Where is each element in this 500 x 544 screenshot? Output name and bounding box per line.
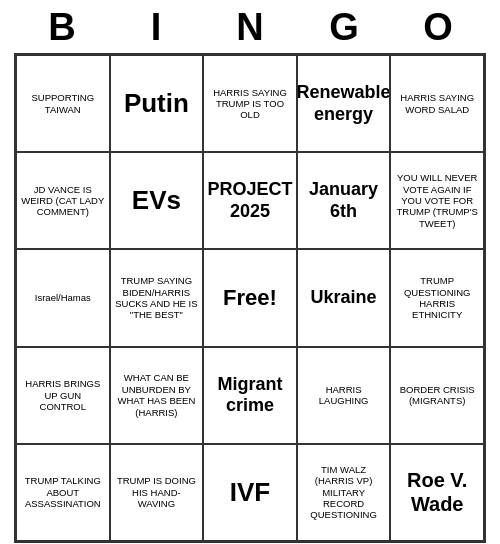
bingo-cell-r4-c2: IVF <box>203 444 297 541</box>
bingo-cell-r3-c0: HARRIS BRINGS UP GUN CONTROL <box>16 347 110 444</box>
bingo-cell-r3-c1: WHAT CAN BE UNBURDEN BY WHAT HAS BEEN (H… <box>110 347 204 444</box>
bingo-cell-r4-c1: TRUMP IS DOING HIS HAND-WAVING <box>110 444 204 541</box>
bingo-cell-r3-c3: HARRIS LAUGHING <box>297 347 391 444</box>
bingo-cell-r0-c1: Putin <box>110 55 204 152</box>
bingo-letter: G <box>314 6 374 49</box>
bingo-cell-r4-c3: TIM WALZ (HARRIS VP) MILITARY RECORD QUE… <box>297 444 391 541</box>
bingo-cell-r0-c4: HARRIS SAYING WORD SALAD <box>390 55 484 152</box>
bingo-cell-r1-c0: JD VANCE IS WEIRD (CAT LADY COMMENT) <box>16 152 110 249</box>
bingo-cell-r2-c3: Ukraine <box>297 249 391 346</box>
bingo-letter: I <box>126 6 186 49</box>
bingo-header: BINGO <box>15 0 485 53</box>
bingo-cell-r2-c2: Free! <box>203 249 297 346</box>
bingo-letter: O <box>408 6 468 49</box>
bingo-cell-r0-c2: HARRIS SAYING TRUMP IS TOO OLD <box>203 55 297 152</box>
bingo-cell-r3-c4: BORDER CRISIS (MIGRANTS) <box>390 347 484 444</box>
bingo-cell-r1-c2: PROJECT 2025 <box>203 152 297 249</box>
bingo-cell-r2-c4: TRUMP QUESTIONING HARRIS ETHNICITY <box>390 249 484 346</box>
bingo-letter: B <box>32 6 92 49</box>
bingo-cell-r3-c2: Migrant crime <box>203 347 297 444</box>
bingo-cell-r0-c0: SUPPORTING TAIWAN <box>16 55 110 152</box>
bingo-cell-r1-c4: YOU WILL NEVER VOTE AGAIN IF YOU VOTE FO… <box>390 152 484 249</box>
bingo-letter: N <box>220 6 280 49</box>
bingo-cell-r2-c0: Israel/Hamas <box>16 249 110 346</box>
bingo-cell-r1-c3: January 6th <box>297 152 391 249</box>
bingo-grid: SUPPORTING TAIWANPutinHARRIS SAYING TRUM… <box>14 53 486 543</box>
bingo-cell-r4-c4: Roe V. Wade <box>390 444 484 541</box>
bingo-cell-r0-c3: Renewable energy <box>297 55 391 152</box>
bingo-cell-r2-c1: TRUMP SAYING BIDEN/HARRIS SUCKS AND HE I… <box>110 249 204 346</box>
bingo-cell-r4-c0: TRUMP TALKING ABOUT ASSASSINATION <box>16 444 110 541</box>
bingo-cell-r1-c1: EVs <box>110 152 204 249</box>
